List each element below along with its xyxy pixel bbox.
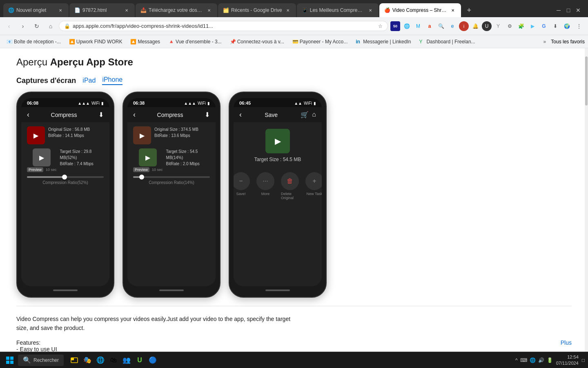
tab-97872[interactable]: 📄 97872.html ✕ [69,3,135,17]
iphone-tab[interactable]: iPhone [102,76,122,85]
ext-aliexpress-icon[interactable]: a [425,21,434,31]
tab-close-vc[interactable]: ✕ [450,7,456,13]
bookmark-label-inbox: Boîte de réception -... [14,39,61,45]
taskbar-search-box[interactable]: 🔍 Rechercher [18,355,64,366]
bookmark-favicon-linkedin: in [356,39,361,45]
tab-google-drive[interactable]: 🗂️ Récents - Google Drive ✕ [218,3,296,17]
preview-play-icon-1: ▶ [39,154,44,162]
save-icon: − [239,177,243,185]
taskbar-app-upwork[interactable]: U [134,355,145,366]
scrollbar-thumb [585,56,588,105]
slider-track-2 [133,176,210,178]
bookmarks-more-button[interactable]: » [540,38,550,45]
feature-item-1: - Easy to use UI [16,346,572,352]
ext-download-icon[interactable]: ⬇ [550,21,560,31]
save-action-delete: 🗑 Delete Original [281,172,299,200]
preview-badge-1: Preview [27,167,43,172]
bookmark-dashboard[interactable]: Y Dashboard | Freelan... [416,38,478,45]
tab-favicon-tel: 📥 [140,7,146,13]
battery-icon-2: ▮ [207,101,210,105]
tab-close-drive[interactable]: ✕ [285,7,291,13]
tab-favicon-97872: 📄 [74,7,80,13]
bookmark-payoneer[interactable]: 💳 Payoneer - My Acco... [289,38,351,45]
status-bar-1: 06:08 ▲▲▲ WiFi ▮ [21,98,109,107]
taskbar-app-teams[interactable]: 👥 [121,355,132,366]
bitrate2-1: BitRate : 7.4 Mbps [60,161,104,167]
tab-title-tel: Téléchargez votre doss... [149,7,203,13]
preview-duration-2: 10 sec [152,168,163,172]
save-nav-icons: 🛒 ⌂ [301,111,316,119]
bookmark-linkedin[interactable]: in Messagerie | LinkedIn [352,38,414,45]
tab-close-tel[interactable]: ✕ [206,7,212,13]
home-button[interactable]: ⌂ [45,20,56,32]
plus-link[interactable]: Plus [561,339,572,346]
keyboard-icon: ⌨ [520,357,527,363]
apercu-label: Aperçu [16,56,50,67]
tab-meilleurs[interactable]: 📱 Les Meilleurs Compress... ✕ [297,3,379,17]
more-button[interactable]: ⋮ [573,20,585,32]
taskbar-apps: 🎭 🌐 🛍 👥 U 🔵 [69,355,158,366]
slider-thumb-1 [62,175,67,180]
minimize-button[interactable]: ─ [555,7,562,13]
bookmark-label-vue: Vue d'ensemble - 3... [176,39,222,45]
ext-microsoft-icon[interactable]: M [413,21,423,31]
bookmark-upwork[interactable]: 🔼 Upwork FIND WORK [66,38,126,45]
original-row-2: ▶ Original Size : 374.5 MB BitRate : 13.… [133,126,210,144]
address-bar[interactable]: 🔒 apps.apple.com/fr/app/video-compress-s… [59,21,388,31]
notification-icon[interactable]: □ [582,357,585,363]
ext-video-icon[interactable]: ▶ [528,21,537,31]
status-icons-2: ▲▲▲ WiFi ▮ [184,101,210,105]
ext-g-icon[interactable]: G [539,21,549,31]
tab-close-97872[interactable]: ✕ [123,7,130,13]
bookmark-star-icon[interactable]: ☆ [378,23,383,29]
svg-rect-3 [10,361,13,364]
ext-bell-icon[interactable]: 🔔 [470,21,480,31]
tab-telechargez[interactable]: 📥 Téléchargez votre doss... ✕ [136,3,217,17]
ext-translate-icon[interactable]: 🌐 [402,21,412,31]
bookmark-inbox[interactable]: 📧 Boîte de réception -... [3,38,64,45]
reload-button[interactable]: ↻ [31,20,42,32]
tray-expand-icon[interactable]: ^ [515,357,518,363]
taskbar-app-browser[interactable]: 🌐 [95,355,106,366]
ext-settings-icon[interactable]: ⚙ [505,21,514,31]
search-icon: 🔍 [23,356,31,364]
taskbar-app-chrome[interactable]: 🔵 [147,355,158,366]
compression-label-1: Compression Ratio(52%) [27,180,104,185]
close-button[interactable]: ✕ [575,7,581,13]
bookmark-messages[interactable]: 🔼 Messages [127,38,163,45]
preview-video-thumb-1: ▶ [33,148,51,166]
taskbar-app-chat[interactable]: 🎭 [82,355,93,366]
bookmark-vue[interactable]: 🔺 Vue d'ensemble - 3... [165,38,225,45]
new-tab-button[interactable]: + [463,4,475,16]
file-explorer-icon [70,356,78,364]
taskbar-app-explorer[interactable] [69,355,80,366]
ext-edge-icon[interactable]: e [448,21,457,31]
scroll-indicator-2 [159,289,184,291]
maximize-button[interactable]: □ [565,7,572,13]
ipad-tab[interactable]: iPad [82,77,96,84]
tab-close-meilleurs[interactable]: ✕ [367,7,374,13]
ext-50-icon[interactable]: 50 [390,21,400,31]
ext-search-icon[interactable]: 🔍 [436,21,446,31]
scrollbar[interactable] [585,48,588,352]
start-button[interactable] [3,354,16,367]
preview-duration-1: 10 sec [46,168,57,172]
tab-close-new[interactable]: ✕ [57,7,64,13]
back-button[interactable]: ‹ [3,20,15,32]
bookmark-connect[interactable]: 📌 Connectez-vous à v... [227,38,287,45]
ext-u-icon[interactable]: U [482,21,492,31]
status-bar-2: 06:38 ▲▲▲ WiFi ▮ [127,98,216,107]
window-controls: ─ □ ✕ [555,7,585,13]
tab-video-compress[interactable]: 🍎 Video Compress – Shrin... ✕ [379,3,461,17]
tab-new-tab[interactable]: 🌐 Nouvel onglet ✕ [3,3,69,17]
ext-ext-icon[interactable]: 🧩 [516,21,526,31]
ext-info-icon[interactable]: i [459,21,469,31]
ext-globe-icon[interactable]: 🌍 [562,21,572,31]
ext-y-icon[interactable]: Y [493,21,503,31]
taskbar-app-store[interactable]: 🛍 [108,355,119,366]
slider-thumb-2 [139,175,144,180]
save-actions-3: − Save! ··· More [234,172,322,200]
home-icon-3: ⌂ [312,111,316,119]
tab-title-drive: Récents - Google Drive [231,7,282,13]
forward-button[interactable]: › [17,20,29,32]
